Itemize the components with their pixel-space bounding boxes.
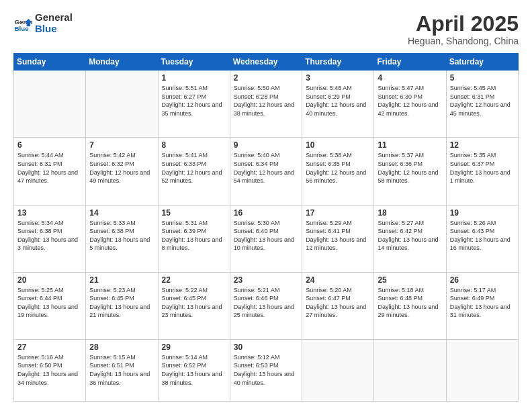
day-number: 28 <box>89 342 154 352</box>
calendar-cell: 15Sunrise: 5:31 AM Sunset: 6:39 PM Dayli… <box>158 205 230 272</box>
cell-info: Sunrise: 5:14 AM Sunset: 6:52 PM Dayligh… <box>162 353 226 387</box>
calendar-cell: 21Sunrise: 5:23 AM Sunset: 6:45 PM Dayli… <box>86 272 158 339</box>
day-number: 1 <box>162 73 226 83</box>
day-number: 20 <box>17 275 82 285</box>
cell-info: Sunrise: 5:29 AM Sunset: 6:41 PM Dayligh… <box>306 219 370 253</box>
calendar-cell: 14Sunrise: 5:33 AM Sunset: 6:38 PM Dayli… <box>86 205 158 272</box>
calendar-cell: 29Sunrise: 5:14 AM Sunset: 6:52 PM Dayli… <box>158 339 230 401</box>
cell-info: Sunrise: 5:26 AM Sunset: 6:43 PM Dayligh… <box>450 219 515 253</box>
day-number: 23 <box>234 275 298 285</box>
calendar-cell: 23Sunrise: 5:21 AM Sunset: 6:46 PM Dayli… <box>230 272 302 339</box>
calendar-cell: 26Sunrise: 5:17 AM Sunset: 6:49 PM Dayli… <box>446 272 518 339</box>
calendar-cell: 10Sunrise: 5:38 AM Sunset: 6:35 PM Dayli… <box>302 138 374 205</box>
calendar-cell: 9Sunrise: 5:40 AM Sunset: 6:34 PM Daylig… <box>230 138 302 205</box>
day-number: 15 <box>162 208 226 218</box>
logo-general: General <box>35 12 73 24</box>
calendar-cell: 12Sunrise: 5:35 AM Sunset: 6:37 PM Dayli… <box>446 138 518 205</box>
calendar-cell: 20Sunrise: 5:25 AM Sunset: 6:44 PM Dayli… <box>14 272 86 339</box>
cell-info: Sunrise: 5:41 AM Sunset: 6:33 PM Dayligh… <box>162 151 226 185</box>
cell-info: Sunrise: 5:40 AM Sunset: 6:34 PM Dayligh… <box>234 151 298 185</box>
cell-info: Sunrise: 5:12 AM Sunset: 6:53 PM Dayligh… <box>234 353 298 387</box>
day-number: 22 <box>162 275 226 285</box>
logo: General Blue General Blue <box>13 12 73 34</box>
col-header-tuesday: Tuesday <box>158 54 230 71</box>
calendar-cell: 17Sunrise: 5:29 AM Sunset: 6:41 PM Dayli… <box>302 205 374 272</box>
day-number: 29 <box>162 342 226 352</box>
header: General Blue General Blue April 2025 Heg… <box>13 12 519 46</box>
cell-info: Sunrise: 5:38 AM Sunset: 6:35 PM Dayligh… <box>306 151 370 185</box>
title-block: April 2025 Heguan, Shandong, China <box>408 12 519 46</box>
calendar-cell: 22Sunrise: 5:22 AM Sunset: 6:45 PM Dayli… <box>158 272 230 339</box>
day-number: 18 <box>378 208 442 218</box>
cell-info: Sunrise: 5:47 AM Sunset: 6:30 PM Dayligh… <box>378 84 442 118</box>
day-number: 21 <box>89 275 154 285</box>
day-number: 4 <box>378 73 442 83</box>
day-number: 10 <box>306 140 370 150</box>
calendar-cell: 18Sunrise: 5:27 AM Sunset: 6:42 PM Dayli… <box>374 205 446 272</box>
day-number: 11 <box>378 140 442 150</box>
calendar-cell <box>14 71 86 138</box>
calendar-cell: 7Sunrise: 5:42 AM Sunset: 6:32 PM Daylig… <box>86 138 158 205</box>
calendar-cell: 30Sunrise: 5:12 AM Sunset: 6:53 PM Dayli… <box>230 339 302 401</box>
day-number: 19 <box>450 208 515 218</box>
cell-info: Sunrise: 5:48 AM Sunset: 6:29 PM Dayligh… <box>306 84 370 118</box>
cell-info: Sunrise: 5:27 AM Sunset: 6:42 PM Dayligh… <box>378 219 442 253</box>
cell-info: Sunrise: 5:42 AM Sunset: 6:32 PM Dayligh… <box>89 151 154 185</box>
col-header-sunday: Sunday <box>14 54 86 71</box>
day-number: 30 <box>234 342 298 352</box>
calendar-cell: 8Sunrise: 5:41 AM Sunset: 6:33 PM Daylig… <box>158 138 230 205</box>
calendar-cell: 25Sunrise: 5:18 AM Sunset: 6:48 PM Dayli… <box>374 272 446 339</box>
cell-info: Sunrise: 5:34 AM Sunset: 6:38 PM Dayligh… <box>17 219 82 253</box>
col-header-friday: Friday <box>374 54 446 71</box>
calendar-cell: 6Sunrise: 5:44 AM Sunset: 6:31 PM Daylig… <box>14 138 86 205</box>
day-number: 16 <box>234 208 298 218</box>
col-header-saturday: Saturday <box>446 54 518 71</box>
cell-info: Sunrise: 5:17 AM Sunset: 6:49 PM Dayligh… <box>450 286 515 320</box>
day-number: 3 <box>306 73 370 83</box>
day-number: 8 <box>162 140 226 150</box>
calendar-cell <box>86 71 158 138</box>
day-number: 5 <box>450 73 515 83</box>
day-number: 14 <box>89 208 154 218</box>
calendar-cell: 16Sunrise: 5:30 AM Sunset: 6:40 PM Dayli… <box>230 205 302 272</box>
day-number: 12 <box>450 140 515 150</box>
day-number: 25 <box>378 275 442 285</box>
cell-info: Sunrise: 5:51 AM Sunset: 6:27 PM Dayligh… <box>162 84 226 118</box>
calendar-cell <box>374 339 446 401</box>
calendar-cell: 27Sunrise: 5:16 AM Sunset: 6:50 PM Dayli… <box>14 339 86 401</box>
calendar-cell: 24Sunrise: 5:20 AM Sunset: 6:47 PM Dayli… <box>302 272 374 339</box>
cell-info: Sunrise: 5:16 AM Sunset: 6:50 PM Dayligh… <box>17 353 82 387</box>
calendar-cell <box>302 339 374 401</box>
calendar-cell: 11Sunrise: 5:37 AM Sunset: 6:36 PM Dayli… <box>374 138 446 205</box>
month-title: April 2025 <box>408 12 519 36</box>
calendar-cell: 28Sunrise: 5:15 AM Sunset: 6:51 PM Dayli… <box>86 339 158 401</box>
col-header-thursday: Thursday <box>302 54 374 71</box>
col-header-monday: Monday <box>86 54 158 71</box>
cell-info: Sunrise: 5:44 AM Sunset: 6:31 PM Dayligh… <box>17 151 82 185</box>
calendar-table: SundayMondayTuesdayWednesdayThursdayFrid… <box>13 53 519 402</box>
page: General Blue General Blue April 2025 Heg… <box>0 0 532 411</box>
calendar-cell: 1Sunrise: 5:51 AM Sunset: 6:27 PM Daylig… <box>158 71 230 138</box>
cell-info: Sunrise: 5:30 AM Sunset: 6:40 PM Dayligh… <box>234 219 298 253</box>
day-number: 13 <box>17 208 82 218</box>
cell-info: Sunrise: 5:31 AM Sunset: 6:39 PM Dayligh… <box>162 219 226 253</box>
calendar-cell <box>446 339 518 401</box>
cell-info: Sunrise: 5:23 AM Sunset: 6:45 PM Dayligh… <box>89 286 154 320</box>
cell-info: Sunrise: 5:33 AM Sunset: 6:38 PM Dayligh… <box>89 219 154 253</box>
logo-blue: Blue <box>35 24 73 35</box>
cell-info: Sunrise: 5:37 AM Sunset: 6:36 PM Dayligh… <box>378 151 442 185</box>
cell-info: Sunrise: 5:20 AM Sunset: 6:47 PM Dayligh… <box>306 286 370 320</box>
location-subtitle: Heguan, Shandong, China <box>408 36 519 46</box>
cell-info: Sunrise: 5:45 AM Sunset: 6:31 PM Dayligh… <box>450 84 515 118</box>
calendar-cell: 2Sunrise: 5:50 AM Sunset: 6:28 PM Daylig… <box>230 71 302 138</box>
day-number: 27 <box>17 342 82 352</box>
day-number: 2 <box>234 73 298 83</box>
calendar-cell: 13Sunrise: 5:34 AM Sunset: 6:38 PM Dayli… <box>14 205 86 272</box>
day-number: 17 <box>306 208 370 218</box>
day-number: 6 <box>17 140 82 150</box>
cell-info: Sunrise: 5:25 AM Sunset: 6:44 PM Dayligh… <box>17 286 82 320</box>
calendar-cell: 4Sunrise: 5:47 AM Sunset: 6:30 PM Daylig… <box>374 71 446 138</box>
col-header-wednesday: Wednesday <box>230 54 302 71</box>
cell-info: Sunrise: 5:50 AM Sunset: 6:28 PM Dayligh… <box>234 84 298 118</box>
cell-info: Sunrise: 5:35 AM Sunset: 6:37 PM Dayligh… <box>450 151 515 185</box>
